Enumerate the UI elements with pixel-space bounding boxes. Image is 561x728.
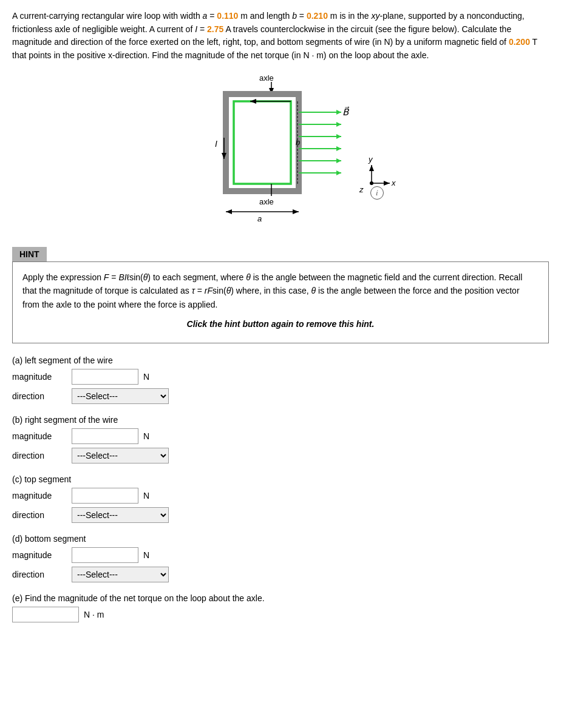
problem-text: A current-carrying rectangular wire loop…: [12, 10, 549, 62]
unit-d: N: [143, 550, 149, 560]
section-b-direction-row: direction ---Select--- +x direction -x d…: [12, 448, 549, 463]
direction-select-d[interactable]: ---Select--- +x direction -x direction +…: [72, 567, 169, 582]
svg-marker-7: [336, 122, 341, 127]
magnitude-input-a[interactable]: [72, 369, 138, 385]
section-d-direction-row: direction ---Select--- +x direction -x d…: [12, 567, 549, 582]
hint-click-instruction: Click the hint button again to remove th…: [22, 317, 539, 331]
section-d: (d) bottom segment magnitude N direction…: [12, 534, 549, 582]
direction-label-a: direction: [12, 391, 67, 401]
svg-marker-19: [250, 99, 256, 104]
svg-marker-5: [336, 110, 341, 115]
y-axis-label: y: [368, 155, 373, 164]
direction-select-b[interactable]: ---Select--- +x direction -x direction +…: [72, 448, 169, 463]
b-label: b: [296, 138, 300, 147]
z-axis-label: z: [359, 185, 364, 194]
axle-top-label: axle: [259, 73, 274, 83]
direction-select-c[interactable]: ---Select--- +x direction -x direction +…: [72, 507, 169, 523]
section-a: (a) left segment of the wire magnitude N…: [12, 356, 549, 404]
direction-label-d: direction: [12, 570, 67, 579]
B-label: B⃗: [342, 106, 350, 117]
unit-e: N · m: [84, 610, 104, 619]
svg-marker-23: [226, 209, 232, 214]
svg-marker-24: [293, 209, 299, 214]
section-d-label: (d) bottom segment: [12, 534, 549, 544]
value-b: 0.210: [307, 11, 328, 21]
value-I: 2.75: [207, 24, 223, 34]
section-c-label: (c) top segment: [12, 474, 549, 484]
unit-c: N: [143, 491, 149, 500]
direction-label-c: direction: [12, 510, 67, 520]
value-B: 0.200: [509, 37, 530, 47]
value-a: 0.110: [217, 11, 238, 21]
section-e-label: (e) Find the magnitude of the net torque…: [12, 593, 549, 603]
svg-marker-9: [336, 134, 341, 139]
magnitude-label-d: magnitude: [12, 550, 67, 560]
a-label: a: [257, 214, 262, 223]
direction-label-b: direction: [12, 451, 67, 460]
magnitude-input-d[interactable]: [72, 547, 138, 563]
section-a-direction-row: direction ---Select--- +x direction -x d…: [12, 388, 549, 404]
section-a-magnitude-row: magnitude N: [12, 369, 549, 385]
magnitude-input-b[interactable]: [72, 428, 138, 444]
I-label: I: [215, 139, 217, 149]
svg-marker-15: [336, 170, 341, 175]
svg-marker-28: [384, 181, 390, 186]
info-icon[interactable]: 𝑖: [370, 186, 384, 200]
section-b-magnitude-row: magnitude N: [12, 428, 549, 444]
section-c: (c) top segment magnitude N direction --…: [12, 474, 549, 523]
wire-diagram-svg: axle B⃗ I: [165, 71, 396, 241]
unit-a: N: [143, 372, 149, 382]
hint-text: Apply the expression F = BIℓsin(θ) to ea…: [22, 271, 539, 311]
magnitude-label-c: magnitude: [12, 491, 67, 500]
svg-point-29: [370, 181, 373, 185]
section-d-magnitude-row: magnitude N: [12, 547, 549, 563]
section-b-label: (b) right segment of the wire: [12, 415, 549, 425]
section-e-torque-row: N · m: [12, 607, 549, 622]
section-a-label: (a) left segment of the wire: [12, 356, 549, 365]
magnitude-label-a: magnitude: [12, 372, 67, 382]
direction-select-a[interactable]: ---Select--- +x direction -x direction +…: [72, 388, 169, 404]
hint-box: Apply the expression F = BIℓsin(θ) to ea…: [12, 261, 549, 344]
svg-rect-3: [234, 101, 291, 184]
torque-input-e[interactable]: [12, 607, 79, 622]
svg-rect-2: [226, 94, 299, 191]
x-axis-label: x: [391, 178, 396, 187]
section-c-magnitude-row: magnitude N: [12, 488, 549, 504]
magnitude-label-b: magnitude: [12, 431, 67, 441]
hint-button[interactable]: HINT: [12, 247, 47, 261]
section-e: (e) Find the magnitude of the net torque…: [12, 593, 549, 622]
magnitude-input-c[interactable]: [72, 488, 138, 504]
section-c-direction-row: direction ---Select--- +x direction -x d…: [12, 507, 549, 523]
svg-marker-26: [369, 165, 374, 171]
figure-container: axle B⃗ I: [165, 71, 396, 241]
section-b: (b) right segment of the wire magnitude …: [12, 415, 549, 463]
axle-bottom-label: axle: [259, 197, 274, 206]
unit-b: N: [143, 431, 149, 441]
svg-marker-11: [336, 146, 341, 151]
figure-area: axle B⃗ I: [12, 71, 549, 241]
svg-marker-13: [336, 158, 341, 163]
